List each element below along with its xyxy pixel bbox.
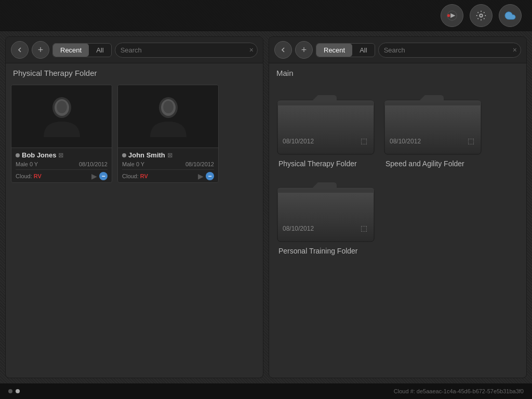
right-search-clear[interactable]: × bbox=[513, 46, 517, 54]
patient-name-john: John Smith ⊠ bbox=[122, 151, 214, 159]
right-panel-title: Main bbox=[269, 63, 526, 81]
svg-point-9 bbox=[163, 101, 174, 113]
remove-icon-bob[interactable]: − bbox=[99, 172, 108, 180]
cloud-status-john: RV bbox=[140, 173, 148, 179]
folder-icon-speed: 08/10/2012 ⬚ bbox=[383, 89, 482, 156]
dot-2[interactable] bbox=[16, 389, 20, 393]
svg-rect-11 bbox=[277, 102, 374, 105]
patient-info-bob: Bob Jones ⊠ Male 0 Y 08/10/2012 Cloud: R… bbox=[11, 148, 112, 182]
right-add-button[interactable]: + bbox=[295, 41, 313, 59]
svg-rect-19 bbox=[277, 190, 374, 193]
card-menu-bob[interactable]: ⊠ bbox=[58, 152, 63, 159]
right-toolbar: + Recent All × bbox=[269, 37, 526, 63]
right-tab-all[interactable]: All bbox=[352, 44, 374, 57]
svg-text:08/10/2012: 08/10/2012 bbox=[283, 138, 314, 145]
transfer-icon-john[interactable]: ▶ bbox=[198, 172, 204, 180]
gear-button[interactable] bbox=[470, 4, 493, 27]
right-panel-body: 08/10/2012 ⬚ Physical Therapy Folder bbox=[269, 81, 526, 378]
video-button[interactable] bbox=[441, 4, 463, 27]
svg-text:⬚: ⬚ bbox=[468, 137, 474, 145]
card-menu-john[interactable]: ⊠ bbox=[167, 152, 172, 159]
svg-point-6 bbox=[57, 101, 67, 113]
patient-cloud-john: Cloud: RV ▶ − bbox=[122, 169, 214, 180]
patient-card-bob[interactable]: Bob Jones ⊠ Male 0 Y 08/10/2012 Cloud: R… bbox=[11, 85, 112, 183]
left-search-clear[interactable]: × bbox=[249, 46, 254, 54]
bottom-bar: Cloud #: de5aaeac-1c4a-45d6-b672-57e5b31… bbox=[0, 383, 532, 399]
left-panel: + Recent All × Physical Therapy Folder bbox=[5, 36, 263, 378]
cloud-button[interactable] bbox=[499, 4, 522, 27]
left-panel-body: Bob Jones ⊠ Male 0 Y 08/10/2012 Cloud: R… bbox=[6, 81, 263, 378]
patient-name-bob: Bob Jones ⊠ bbox=[16, 151, 108, 159]
left-panel-title: Physical Therapy Folder bbox=[6, 63, 263, 81]
svg-rect-10 bbox=[277, 100, 374, 154]
left-back-button[interactable] bbox=[11, 41, 29, 59]
right-panel: + Recent All × Main bbox=[269, 36, 527, 378]
left-add-icon: + bbox=[38, 45, 44, 55]
svg-text:⬚: ⬚ bbox=[361, 137, 367, 145]
folder-grid: 08/10/2012 ⬚ Physical Therapy Folder bbox=[274, 85, 521, 259]
dot-nav bbox=[8, 389, 20, 393]
right-search-input[interactable] bbox=[378, 43, 521, 58]
svg-rect-15 bbox=[384, 102, 481, 105]
right-tab-group: Recent All bbox=[316, 43, 375, 57]
cloud-status-bob: RV bbox=[34, 173, 42, 179]
right-tab-recent[interactable]: Recent bbox=[316, 44, 352, 57]
patient-photo-bob bbox=[11, 85, 112, 148]
left-toolbar: + Recent All × bbox=[6, 37, 263, 63]
folder-icon-personal: 08/10/2012 ⬚ bbox=[276, 176, 375, 244]
patient-status-dot-john bbox=[122, 153, 126, 157]
folder-icon-physical: 08/10/2012 ⬚ bbox=[276, 89, 375, 156]
svg-point-2 bbox=[447, 14, 450, 17]
svg-rect-14 bbox=[384, 100, 481, 154]
cloud-actions-bob: ▶ − bbox=[91, 172, 108, 180]
dot-1[interactable] bbox=[8, 389, 12, 393]
patient-meta-bob: Male 0 Y 08/10/2012 bbox=[16, 161, 108, 167]
patient-photo-john bbox=[118, 85, 218, 148]
left-add-button[interactable]: + bbox=[32, 41, 49, 59]
patient-meta-john: Male 0 Y 08/10/2012 bbox=[122, 161, 214, 167]
patient-card-john[interactable]: John Smith ⊠ Male 0 Y 08/10/2012 Cloud: … bbox=[117, 85, 219, 183]
svg-text:⬚: ⬚ bbox=[361, 224, 367, 232]
remove-icon-john[interactable]: − bbox=[206, 172, 214, 180]
main-content: + Recent All × Physical Therapy Folder bbox=[0, 31, 532, 383]
folder-item-personal-training[interactable]: 08/10/2012 ⬚ Personal Training Folder bbox=[276, 176, 375, 255]
top-bar bbox=[0, 0, 532, 31]
transfer-icon-bob[interactable]: ▶ bbox=[91, 172, 97, 180]
cloud-actions-john: ▶ − bbox=[198, 172, 214, 180]
svg-point-3 bbox=[480, 14, 483, 17]
left-search-input[interactable] bbox=[115, 43, 258, 58]
left-tab-all[interactable]: All bbox=[89, 44, 111, 57]
right-add-icon: + bbox=[301, 45, 307, 55]
folder-item-physical-therapy[interactable]: 08/10/2012 ⬚ Physical Therapy Folder bbox=[276, 89, 375, 168]
folder-label-speed: Speed and Agility Folder bbox=[383, 159, 467, 168]
folder-label-physical: Physical Therapy Folder bbox=[276, 159, 359, 168]
svg-text:08/10/2012: 08/10/2012 bbox=[390, 138, 421, 145]
left-tab-group: Recent All bbox=[52, 43, 112, 57]
right-search-box: × bbox=[378, 43, 521, 58]
left-tab-recent[interactable]: Recent bbox=[53, 44, 89, 57]
patient-status-dot-bob bbox=[16, 153, 20, 157]
patient-info-john: John Smith ⊠ Male 0 Y 08/10/2012 Cloud: … bbox=[118, 148, 218, 182]
patient-grid: Bob Jones ⊠ Male 0 Y 08/10/2012 Cloud: R… bbox=[11, 85, 258, 183]
right-back-button[interactable] bbox=[274, 41, 292, 59]
svg-text:08/10/2012: 08/10/2012 bbox=[283, 225, 314, 232]
cloud-id: Cloud #: de5aaeac-1c4a-45d6-b672-57e5b31… bbox=[394, 388, 524, 394]
folder-label-personal: Personal Training Folder bbox=[276, 247, 360, 255]
svg-rect-18 bbox=[277, 188, 374, 242]
patient-cloud-bob: Cloud: RV ▶ − bbox=[16, 169, 108, 180]
left-search-box: × bbox=[115, 43, 258, 58]
folder-item-speed-agility[interactable]: 08/10/2012 ⬚ Speed and Agility Folder bbox=[383, 89, 482, 168]
